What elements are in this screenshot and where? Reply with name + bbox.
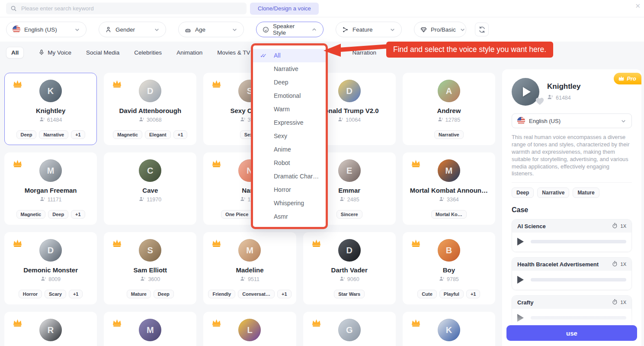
annotation-arrow	[324, 42, 389, 58]
voice-card[interactable]: MMadeline9511FriendlyConversat…+1	[203, 232, 296, 304]
voice-card[interactable]: AAndrew12785Narrative	[403, 73, 495, 145]
voice-tag: +1	[69, 290, 83, 298]
speed-value: 1X	[621, 262, 626, 267]
voice-tags: DeepNarrative+1	[5, 130, 96, 139]
tab-animation[interactable]: Animation	[176, 49, 202, 56]
voice-card[interactable]: SSam Elliott3600MatureDeep	[104, 232, 196, 304]
style-option-label: Expressive	[274, 119, 303, 126]
style-option-dramatic-char-[interactable]: Dramatic Char…	[253, 170, 326, 183]
user-count-icon	[39, 116, 45, 123]
voice-name: Andrew	[403, 107, 495, 114]
tab-movies-tv[interactable]: Movies & TV	[217, 49, 250, 56]
filter-language[interactable]: English (US)	[6, 22, 87, 37]
voice-tag: Deep	[16, 130, 37, 139]
style-option-horror[interactable]: Horror	[253, 183, 326, 197]
user-count-icon	[439, 276, 445, 283]
filter-tier[interactable]: Pro/Basic	[414, 22, 466, 37]
pro-crown-icon	[211, 239, 221, 247]
pro-crown-icon	[211, 318, 221, 327]
voice-count-value: 3364	[447, 197, 459, 203]
avatar: M	[39, 159, 62, 182]
speed-value: 1X	[621, 300, 626, 305]
style-option-asmr[interactable]: Asmr	[253, 210, 326, 223]
pro-crown-icon	[211, 159, 221, 168]
voice-card[interactable]: MMorgan Freeman11171MagneticDeep+1	[4, 152, 97, 225]
double-check-icon: ✓✓	[260, 49, 264, 62]
speaker-style-dropdown: ✓✓AllNarrativeDeepEmotionalWarmExpressiv…	[251, 43, 328, 229]
voice-card[interactable]: MM	[104, 312, 196, 346]
voice-card[interactable]: RRod Serling	[4, 312, 97, 346]
detail-count-value: 61484	[556, 95, 571, 101]
voice-card[interactable]: CCave11970	[104, 152, 196, 225]
voice-tag: Narrative	[434, 130, 464, 139]
case-title: AI Science	[517, 223, 612, 230]
play-icon[interactable]	[523, 87, 531, 97]
favorite-heart-icon[interactable]	[535, 97, 545, 107]
voice-card[interactable]: KKevin Harlan	[403, 312, 495, 346]
voice-card[interactable]: KKnightley61484DeepNarrative+1	[4, 73, 97, 145]
pro-crown-icon	[211, 79, 221, 88]
voice-name: Demonic Monster	[5, 266, 96, 274]
voice-tag: One Piece	[221, 210, 253, 219]
case-speed[interactable]: 1X	[612, 261, 626, 268]
case-speed[interactable]: 1X	[612, 223, 626, 230]
filter-gender[interactable]: Gender	[99, 22, 166, 37]
style-option-narrative[interactable]: Narrative	[253, 62, 326, 76]
search-input[interactable]	[20, 5, 242, 12]
filter-feature[interactable]: Feature	[336, 22, 402, 37]
detail-language-select[interactable]: English (US)	[512, 113, 632, 128]
tab-social-media[interactable]: Social Media	[86, 49, 119, 56]
case-speed[interactable]: 1X	[612, 299, 626, 306]
voice-card[interactable]: DDavid Attenborough30068MagneticElegant+…	[104, 73, 196, 145]
case-play-button[interactable]	[517, 314, 524, 322]
style-option-robot[interactable]: Robot	[253, 156, 326, 170]
voice-card[interactable]: BBoy9785CutePlayful+1	[403, 232, 495, 304]
tab-all[interactable]: All	[6, 47, 24, 58]
style-option-sexy[interactable]: Sexy	[253, 129, 326, 143]
style-option-all[interactable]: ✓✓All	[253, 49, 326, 62]
avatar: K	[39, 80, 62, 102]
style-option-warm[interactable]: Warm	[253, 103, 326, 116]
voice-card[interactable]: MMortal Kombat Announ…3364Mortal Ko…	[403, 152, 495, 225]
case-title: Health Bracelet Advertisement	[517, 261, 612, 268]
avatar: M	[438, 159, 460, 182]
voice-card[interactable]: GGirl	[303, 312, 396, 346]
voice-name: Cave	[104, 187, 196, 194]
detail-tag: Mature	[573, 188, 599, 198]
tab-my-voice[interactable]: My Voice	[38, 49, 71, 56]
voice-card[interactable]: DDemonic Monster8009HorrorScary+1	[4, 232, 97, 304]
style-option-expressive[interactable]: Expressive	[253, 116, 326, 129]
use-button[interactable]: use	[506, 325, 637, 341]
mic-icon	[38, 49, 45, 55]
case-play-button[interactable]	[517, 276, 524, 284]
style-option-anime[interactable]: Anime	[253, 143, 326, 156]
style-option-emotional[interactable]: Emotional	[253, 89, 326, 103]
tab-celebrities[interactable]: Celebrities	[134, 49, 162, 56]
style-option-deep[interactable]: Deep	[253, 76, 326, 89]
user-count-icon	[240, 116, 246, 123]
user-count-icon	[139, 116, 144, 123]
case-play-button[interactable]	[517, 238, 524, 246]
voice-card[interactable]: DDarth Vader9060Star Wars	[303, 232, 396, 304]
voice-name: Boy	[403, 266, 495, 274]
main-area: AllMy VoiceSocial MediaCelebritiesAnimat…	[0, 42, 644, 346]
voice-name: Knightley	[5, 107, 96, 114]
clone-design-voice-button[interactable]: Clone/Design a voice	[250, 3, 319, 15]
detail-description: This real human voice encompasses a dive…	[512, 134, 632, 178]
user-count-icon	[547, 94, 553, 101]
age-icon	[185, 26, 191, 33]
voice-usage-count: 11970	[104, 196, 196, 203]
style-option-label: Anime	[274, 146, 291, 153]
filter-age[interactable]: Age	[178, 22, 244, 37]
search-box[interactable]	[6, 3, 247, 14]
voice-tag: +1	[71, 210, 85, 219]
case-section-title: Case	[512, 206, 632, 214]
close-icon[interactable]: ✕	[635, 2, 641, 10]
refresh-button[interactable]	[475, 23, 489, 36]
filter-speaker-style[interactable]: Speaker Style	[256, 22, 324, 37]
style-option-whispering[interactable]: Whispering	[253, 197, 326, 210]
voice-card[interactable]: LLeBron Ja	[203, 312, 296, 346]
voice-count-value: 61484	[47, 117, 62, 123]
voice-tag: +1	[173, 130, 188, 139]
voice-usage-count: 12785	[403, 116, 495, 123]
